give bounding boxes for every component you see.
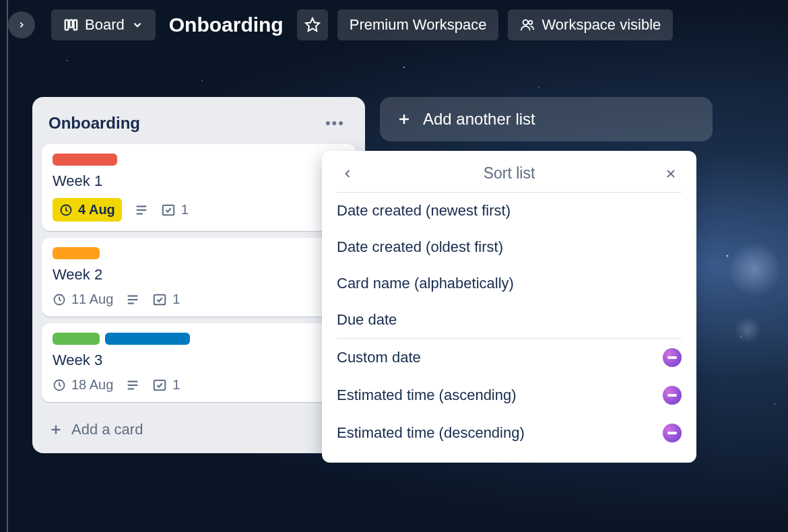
board-header: Board Onboarding Premium Workspace Works… [0,0,788,50]
description-icon [125,292,140,307]
close-icon [664,167,678,180]
card-badges: 11 Aug 1 [53,292,345,307]
sort-option-label: Date created (newest first) [337,202,511,220]
powerup-icon [663,424,682,442]
star-button[interactable] [297,9,328,40]
checklist-count: 1 [172,292,180,307]
card-labels [53,333,345,345]
sort-list-popover: Sort list Date created (newest first) Da… [322,151,696,463]
sort-option[interactable]: Date created (oldest first) [322,229,696,265]
label-green[interactable] [53,333,100,345]
board-icon [63,18,78,32]
plus-icon [48,422,63,437]
popover-header: Sort list [322,159,696,192]
card[interactable]: Week 2 11 Aug 1 [42,238,356,317]
sort-option-custom[interactable]: Custom date [322,339,696,376]
card[interactable]: Week 1 4 Aug 1 [42,144,356,231]
card-title: Week 2 [53,266,345,284]
checklist-count: 1 [181,202,189,218]
svg-rect-2 [74,20,77,30]
card-labels [53,154,345,166]
list-title[interactable]: Onboarding [48,114,140,133]
add-list-label: Add another list [423,110,535,129]
card-title: Week 3 [53,352,345,369]
sort-option-custom[interactable]: Estimated time (descending) [322,414,696,452]
view-label: Board [85,16,125,34]
list: Onboarding ••• Week 1 4 Aug 1 [32,97,365,453]
svg-rect-10 [163,205,174,215]
sort-option-custom[interactable]: Estimated time (ascending) [322,376,696,414]
sort-option[interactable]: Date created (newest first) [322,193,696,229]
label-blue[interactable] [105,333,190,345]
sort-option-label: Estimated time (descending) [337,424,525,442]
sort-option[interactable]: Card name (alphabetically) [322,265,696,302]
card-badges: 18 Aug 1 [53,377,345,393]
sort-option[interactable]: Due date [322,302,696,338]
svg-point-5 [529,21,533,24]
popover-back-button[interactable] [337,167,358,180]
chevron-right-icon [17,20,26,30]
checklist-icon [152,378,167,393]
description-icon [134,203,149,218]
chevron-down-icon [131,19,143,31]
popover-close-button[interactable] [660,167,682,180]
expand-sidebar-button[interactable] [8,11,35,38]
checklist-icon [152,292,167,307]
board-title[interactable]: Onboarding [169,13,284,36]
description-badge [134,203,149,218]
view-switcher[interactable]: Board [51,9,156,40]
card-labels [53,247,345,259]
checklist-count: 1 [172,377,180,393]
due-badge[interactable]: 11 Aug [53,292,113,307]
checklist-icon [161,203,176,218]
premium-workspace-button[interactable]: Premium Workspace [337,9,499,40]
checklist-badge: 1 [152,292,180,307]
due-badge[interactable]: 18 Aug [53,377,113,393]
due-text: 11 Aug [71,292,113,307]
clock-icon [59,203,73,217]
sort-option-label: Estimated time (ascending) [337,387,517,404]
sort-option-label: Due date [337,311,397,329]
description-badge [125,378,140,393]
sort-option-label: Custom date [337,349,421,366]
powerup-icon [663,386,682,405]
svg-point-4 [523,20,528,25]
add-list-button[interactable]: Add another list [380,97,713,141]
svg-marker-3 [306,18,319,31]
popover-title: Sort list [358,164,660,182]
clock-icon [53,293,66,306]
people-icon [520,18,535,32]
premium-label: Premium Workspace [350,16,487,34]
sort-option-label: Date created (oldest first) [337,238,503,256]
list-menu-button[interactable]: ••• [321,112,349,135]
visibility-label: Workspace visible [541,16,661,34]
svg-rect-20 [154,380,166,390]
chevron-left-icon [341,167,354,180]
powerup-icon [663,348,682,367]
description-icon [125,378,140,393]
visibility-button[interactable]: Workspace visible [508,9,673,40]
checklist-badge: 1 [161,202,189,218]
description-badge [125,292,140,307]
due-text: 18 Aug [71,377,113,393]
svg-rect-1 [69,20,73,28]
svg-rect-0 [65,20,69,30]
due-badge[interactable]: 4 Aug [53,198,122,222]
card[interactable]: Week 3 18 Aug 1 [42,323,356,402]
add-card-button[interactable]: Add a card [39,409,358,446]
list-header: Onboarding ••• [39,106,358,144]
clock-icon [53,378,66,392]
plus-icon [396,111,412,127]
star-icon [304,17,321,33]
label-red[interactable] [53,154,117,166]
svg-rect-15 [154,294,166,304]
card-badges: 4 Aug 1 [53,198,345,222]
card-title: Week 1 [53,172,345,190]
sort-option-label: Card name (alphabetically) [337,275,514,292]
checklist-badge: 1 [152,377,180,393]
label-orange[interactable] [53,247,100,259]
add-card-label: Add a card [71,421,143,438]
due-text: 4 Aug [78,202,115,218]
